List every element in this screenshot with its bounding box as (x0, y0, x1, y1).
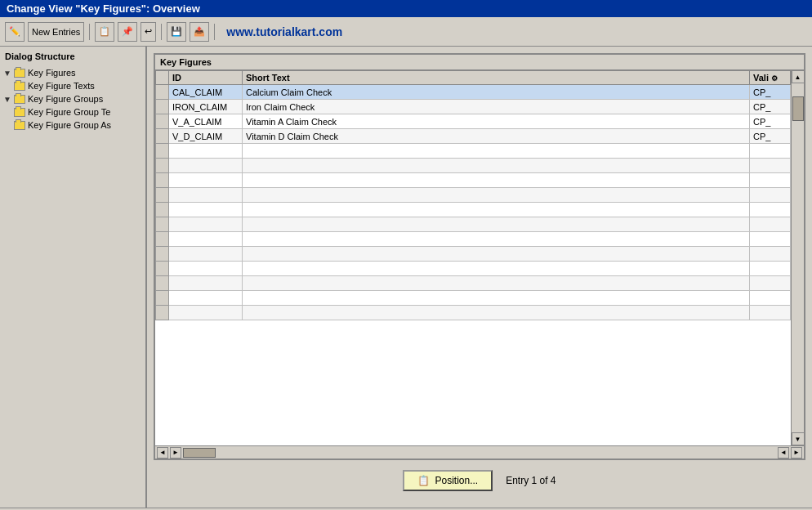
dialog-structure-title: Dialog Structure (3, 50, 142, 63)
vertical-scrollbar[interactable]: ▲ ▼ (791, 70, 804, 445)
row-short-text-5 (243, 159, 750, 173)
toolbar-paste-button[interactable]: 📌 (118, 22, 137, 42)
row-vali-11 (750, 247, 791, 262)
sidebar-item-key-figure-texts[interactable]: Key Figure Texts (13, 79, 142, 92)
table-row[interactable]: CAL_CLAIM Calcium Claim Check CP_ (156, 85, 791, 100)
table-title: Key Figures (155, 55, 804, 70)
row-vali-9 (750, 217, 791, 232)
row-short-text-9 (243, 217, 750, 232)
hscroll-left-button[interactable]: ◄ (157, 447, 168, 459)
toolbar: ✏️ New Entries 📋 📌 ↩ 💾 📤 www.tutorialkar… (0, 17, 812, 47)
row-num-10 (156, 232, 169, 247)
hscroll-end-right-button[interactable]: ► (791, 447, 802, 459)
hscroll-thumb[interactable] (183, 448, 216, 458)
row-num-12 (156, 262, 169, 276)
scroll-thumb[interactable] (792, 96, 804, 121)
key-figures-table: ID Short Text Vali ⚙ (155, 70, 791, 320)
row-id-13 (169, 276, 243, 291)
folder-icon-key-figure-texts (13, 80, 26, 92)
table-row[interactable] (156, 306, 791, 320)
row-id-1: IRON_CLAIM (169, 100, 243, 114)
table-row[interactable] (156, 262, 791, 276)
table-row[interactable] (156, 159, 791, 173)
row-num-3 (156, 129, 169, 144)
sidebar-item-key-figure-groups[interactable]: ▼ Key Figure Groups (3, 92, 142, 105)
new-entries-button[interactable]: New Entries (28, 22, 84, 42)
sidebar-item-key-figure-group-as[interactable]: Key Figure Group As (13, 119, 142, 132)
row-vali-12 (750, 262, 791, 276)
scroll-down-button[interactable]: ▼ (792, 432, 805, 445)
row-short-text-3: Vitamin D Claim Check (243, 129, 750, 144)
table-row[interactable] (156, 247, 791, 262)
col-header-id[interactable]: ID (169, 71, 243, 85)
toolbar-save-button[interactable]: 💾 (167, 22, 186, 42)
row-num-4 (156, 144, 169, 159)
row-vali-1: CP_ (750, 100, 791, 114)
row-num-6 (156, 173, 169, 188)
row-id-15 (169, 306, 243, 320)
table-row[interactable] (156, 291, 791, 306)
entry-info: Entry 1 of 4 (506, 475, 555, 486)
position-button-label: Position... (435, 475, 478, 486)
sidebar-item-key-figures[interactable]: ▼ Key Figures (3, 66, 142, 79)
row-id-0: CAL_CLAIM (169, 85, 243, 100)
toolbar-export-button[interactable]: 📤 (190, 22, 209, 42)
row-id-14 (169, 291, 243, 306)
row-short-text-11 (243, 247, 750, 262)
sidebar-item-key-figure-group-te[interactable]: Key Figure Group Te (13, 105, 142, 119)
table-row[interactable]: IRON_CLAIM Iron Claim Check CP_ (156, 100, 791, 114)
col-header-rownum (156, 71, 169, 85)
title-bar: Change View "Key Figures": Overview (0, 0, 812, 17)
col-header-vali[interactable]: Vali ⚙ (750, 71, 791, 85)
table-row[interactable] (156, 203, 791, 217)
row-id-12 (169, 262, 243, 276)
row-vali-6 (750, 173, 791, 188)
new-entries-label: New Entries (32, 27, 80, 37)
table-row[interactable] (156, 144, 791, 159)
table-row[interactable] (156, 276, 791, 291)
sidebar-label-group-as: Key Figure Group As (28, 120, 111, 130)
table-header-row: ID Short Text Vali ⚙ (156, 71, 791, 85)
row-vali-7 (750, 188, 791, 203)
row-short-text-14 (243, 291, 750, 306)
table-row[interactable] (156, 217, 791, 232)
hscroll-right-button[interactable]: ► (170, 447, 181, 459)
table-row[interactable] (156, 188, 791, 203)
toolbar-copy-button[interactable]: 📋 (95, 22, 114, 42)
toolbar-new-icon[interactable]: ✏️ (5, 22, 25, 42)
separator-3 (214, 24, 215, 40)
row-id-8 (169, 203, 243, 217)
col-header-short-text[interactable]: Short Text (243, 71, 750, 85)
row-vali-4 (750, 144, 791, 159)
row-vali-3: CP_ (750, 129, 791, 144)
row-id-11 (169, 247, 243, 262)
table-wrapper[interactable]: ID Short Text Vali ⚙ (155, 70, 791, 445)
content-area: Key Figures ID Short Text (147, 47, 812, 508)
row-num-14 (156, 291, 169, 306)
table-row[interactable]: V_A_CLAIM Vitamin A Claim Check CP_ (156, 114, 791, 129)
hscroll-right-controls: ◄ ► (778, 447, 802, 459)
horizontal-scrollbar[interactable]: ◄ ► ◄ ► (155, 445, 804, 459)
sidebar-label-key-figure-texts: Key Figure Texts (28, 81, 95, 91)
table-inner: ID Short Text Vali ⚙ (155, 70, 804, 445)
table-row[interactable] (156, 173, 791, 188)
row-vali-2: CP_ (750, 114, 791, 129)
row-short-text-4 (243, 144, 750, 159)
row-id-5 (169, 159, 243, 173)
sidebar-label-key-figures: Key Figures (28, 68, 76, 78)
row-id-4 (169, 144, 243, 159)
row-id-3: V_D_CLAIM (169, 129, 243, 144)
main-layout: Dialog Structure ▼ Key Figures Key Figur… (0, 47, 812, 508)
row-short-text-13 (243, 276, 750, 291)
row-vali-15 (750, 306, 791, 320)
table-row[interactable] (156, 232, 791, 247)
table-row[interactable]: V_D_CLAIM Vitamin D Claim Check CP_ (156, 129, 791, 144)
hscroll-end-left-button[interactable]: ◄ (778, 447, 789, 459)
tree-arrow-key-figures: ▼ (3, 69, 11, 78)
position-button[interactable]: 📋 Position... (403, 470, 493, 491)
scroll-up-button[interactable]: ▲ (792, 70, 805, 83)
row-id-2: V_A_CLAIM (169, 114, 243, 129)
separator-1 (89, 24, 90, 40)
row-num-7 (156, 188, 169, 203)
toolbar-undo-button[interactable]: ↩ (141, 22, 156, 42)
